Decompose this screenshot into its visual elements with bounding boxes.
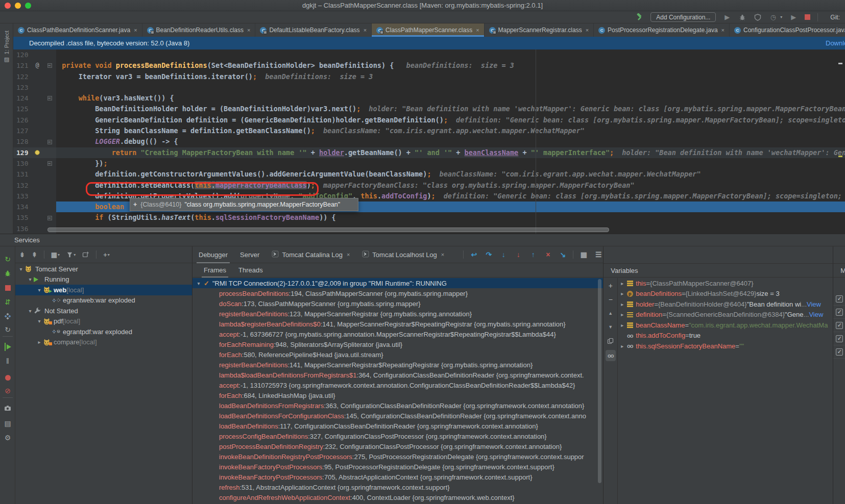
fold-marker-icon[interactable]: − <box>47 140 52 144</box>
view-link[interactable]: View <box>807 300 821 308</box>
code-line[interactable]: 128− LOGGER.debug(() -> { <box>13 136 845 147</box>
variable-row[interactable]: ▸definition = {ScannedGenericBeanDefinit… <box>618 310 833 320</box>
thread-dump-icon[interactable] <box>0 402 15 414</box>
evaluate-icon[interactable]: ▦ <box>579 250 588 259</box>
deploy-icon[interactable] <box>0 311 15 322</box>
error-stripe-mark[interactable] <box>838 63 842 64</box>
stack-frame[interactable]: forEach:580, ReferencePipeline$Head {jav… <box>192 349 603 360</box>
stack-frame[interactable]: loadBeanDefinitions:117, ConfigurationCl… <box>192 421 603 431</box>
stack-frame[interactable]: refresh:531, AbstractApplicationContext … <box>192 482 603 492</box>
stack-frame[interactable]: accept:-1, 637366727 {org.mybatis.spring… <box>192 329 603 339</box>
annotation-gutter-icon[interactable]: @ <box>32 60 43 71</box>
memory-checkbox[interactable]: ✓ <box>836 295 843 303</box>
code-line[interactable]: 121@− private void processBeanDefinition… <box>13 60 845 71</box>
intention-bulb-icon[interactable] <box>32 147 43 158</box>
debugger-tab[interactable]: Tomcat Localhost Log× <box>356 246 450 263</box>
variable-row[interactable]: ▸oothis.sqlSessionFactoryBeanName = "" <box>618 341 833 351</box>
fold-marker-icon[interactable]: − <box>47 216 52 220</box>
stack-frame[interactable]: processBeanDefinitions:194, ClassPathMap… <box>192 288 603 298</box>
chevron-right-icon[interactable]: ▸ <box>36 339 43 345</box>
stack-frame[interactable]: forEach:684, LinkedHashMap {java.util} <box>192 390 603 400</box>
chevron-right-icon[interactable]: ▸ <box>618 322 626 328</box>
memory-checkbox[interactable]: ✓ <box>836 309 843 316</box>
view-link[interactable]: View <box>809 311 823 318</box>
editor-tab[interactable]: CClassPathMapperScanner.class× <box>372 23 485 37</box>
update-app-icon[interactable]: ⇵ <box>0 296 15 308</box>
stack-frame[interactable]: invokeBeanFactoryPostProcessors:95, Post… <box>192 462 603 472</box>
variable-row[interactable]: ▸pbeanDefinitions = {LinkedHashSet@6429}… <box>618 289 833 299</box>
close-icon[interactable]: × <box>347 251 350 258</box>
stack-frame[interactable]: registerBeanDefinitions:123, MapperScann… <box>192 309 603 319</box>
stack-frame[interactable]: loadBeanDefinitionsForConfigurationClass… <box>192 411 603 421</box>
stack-frame[interactable]: invokeBeanDefinitionRegistryPostProcesso… <box>192 451 603 462</box>
expand-all-icon[interactable]: ⇟ <box>19 251 25 259</box>
variable-row[interactable]: ▸beanClassName = "com.iris.egrant.app.we… <box>618 320 833 331</box>
variable-row[interactable]: ▸holder = {BeanDefinitionHolder@6404} "B… <box>618 299 833 310</box>
drop-frame-icon[interactable]: × <box>543 250 552 259</box>
layout-icon[interactable]: ▤ <box>0 418 15 429</box>
close-icon[interactable]: × <box>247 27 250 33</box>
step-out-icon[interactable]: ↑ <box>528 250 538 259</box>
tree-item-egrantweb-war-exploded[interactable]: egrantweb:war exploded <box>15 295 192 306</box>
step-into-icon[interactable]: ↓ <box>499 250 508 259</box>
stack-frame[interactable]: registerBeanDefinitions:141, MapperScann… <box>192 360 603 370</box>
resume-icon[interactable] <box>0 341 15 352</box>
chevron-right-icon[interactable]: ▸ <box>618 291 626 296</box>
debugger-tab[interactable]: Tomcat Catalina Log× <box>265 246 356 263</box>
editor-tab[interactable]: CPostProcessorRegistrationDelegate.java× <box>594 23 730 37</box>
code-line[interactable]: 127 String beanClassName = definition.ge… <box>13 125 845 136</box>
close-icon[interactable]: × <box>586 27 589 33</box>
settings-icon[interactable]: ⚙ <box>0 432 15 443</box>
stack-frame[interactable]: invokeBeanFactoryPostProcessors:705, Abs… <box>192 472 603 482</box>
code-line[interactable]: 129 return "Creating MapperFactoryBean w… <box>13 147 845 158</box>
thread-row[interactable]: ▾✓"RMI TCP Connection(2)-127.0.0.1"@2,00… <box>192 278 603 288</box>
fold-marker-icon[interactable]: − <box>47 161 52 166</box>
move-up-icon[interactable]: ▲ <box>606 309 616 318</box>
stack-frame[interactable]: lambda$loadBeanDefinitionsFromRegistrars… <box>192 370 603 380</box>
code-line[interactable]: 124− while(var3.hasNext()) { <box>13 93 845 104</box>
mute-breakpoints-icon[interactable]: ⊘ <box>0 385 15 396</box>
horizontal-scrollbar[interactable] <box>47 228 609 232</box>
debug-icon[interactable] <box>0 268 15 279</box>
add-service-icon[interactable]: +▾ <box>103 251 110 259</box>
code-editor[interactable]: 120121@− private void processBeanDefinit… <box>13 49 845 234</box>
editor-tab[interactable]: CMapperScannerRegistrar.class× <box>485 23 594 37</box>
code-line[interactable]: 131 definition.getConstructorArgumentVal… <box>13 169 845 180</box>
chevron-right-icon[interactable]: ▸ <box>618 301 626 307</box>
close-icon[interactable]: × <box>476 27 479 33</box>
code-line[interactable]: 130− }); <box>13 158 845 169</box>
filter-icon[interactable]: ▾ <box>66 251 76 258</box>
pause-icon[interactable]: ‖ <box>0 356 15 367</box>
stack-frame[interactable]: processConfigBeanDefinitions:327, Config… <box>192 431 603 441</box>
show-execution-point-icon[interactable]: ↩ <box>469 250 478 259</box>
chevron-down-icon[interactable]: ▾ <box>27 308 34 314</box>
refresh-icon[interactable]: ↻ <box>0 324 15 335</box>
new-window-icon[interactable] <box>82 251 89 258</box>
layout-settings-icon[interactable]: ☰ <box>594 250 603 259</box>
chevron-down-icon[interactable]: ▾ <box>195 281 203 286</box>
services-header[interactable]: Services <box>0 234 845 246</box>
download-link[interactable]: Download <box>826 39 845 47</box>
debugger-tab[interactable]: Server <box>234 246 265 263</box>
step-over-icon[interactable]: ↷ <box>484 250 493 259</box>
run-to-cursor-icon[interactable]: ↘ <box>558 250 567 259</box>
chevron-down-icon[interactable]: ▾ <box>27 276 34 282</box>
editor-tab[interactable]: CDefaultListableBeanFactory.class× <box>255 23 372 37</box>
code-line[interactable]: 123 <box>13 82 845 93</box>
stack-frame[interactable]: loadBeanDefinitionsFromRegistrars:363, C… <box>192 400 603 411</box>
code-line[interactable]: 120 <box>13 49 845 60</box>
chevron-down-icon[interactable]: ▾ <box>17 266 25 272</box>
profiler-dropdown-icon[interactable]: ▾ <box>780 15 782 19</box>
tree-item-running[interactable]: ▾Running <box>15 274 192 285</box>
debugger-tab[interactable]: Debugger <box>192 246 234 263</box>
hammer-icon[interactable] <box>635 13 643 21</box>
copy-icon[interactable] <box>606 336 616 345</box>
frames-tab[interactable]: Frames <box>198 263 232 278</box>
variable-row[interactable]: oothis.addToConfig = true <box>618 331 833 341</box>
stop-icon[interactable] <box>0 282 15 293</box>
variable-row[interactable]: ▸this = {ClassPathMapperScanner@6407} <box>618 278 833 289</box>
collapse-all-icon[interactable]: ⇞ <box>32 251 37 259</box>
expand-icon[interactable]: + <box>133 201 137 208</box>
tree-item-web[interactable]: ▾web [local] <box>15 285 192 295</box>
stop-icon[interactable] <box>805 14 810 20</box>
